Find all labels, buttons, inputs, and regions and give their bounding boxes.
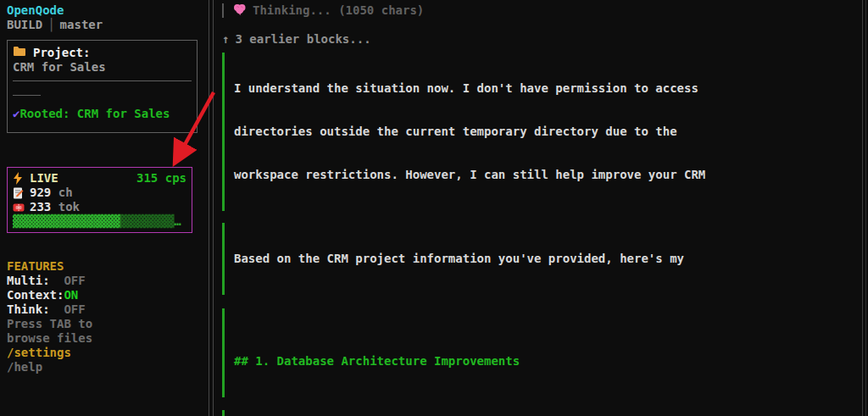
- progress-bar-filled: ▓▓▓▓▓▓▓▓▓▓▓▓▓▓▓▓: [13, 214, 120, 228]
- rooted-status: ✔Rooted: CRM for Sales: [13, 107, 192, 121]
- cps-value: 315 cps: [136, 171, 186, 186]
- live-stats-panel: LIVE 315 cps 929 ch 233 tok ▓▓▓▓▓▓▓▓▓▓▓▓…: [7, 167, 192, 233]
- main-content: Thinking... (1050 chars) ↑3 earlier bloc…: [219, 0, 863, 416]
- settings-command[interactable]: /settings: [7, 346, 202, 360]
- markdown-subheading-block: ### Schema Enhancements: [222, 410, 863, 416]
- separator: │: [42, 18, 59, 31]
- memo-icon: [13, 187, 30, 199]
- divider: [13, 80, 192, 81]
- assistant-paragraph: I understand the situation now. I don't …: [222, 53, 863, 211]
- sidebar-main-divider: [209, 0, 214, 416]
- up-arrow-icon: ↑: [222, 32, 229, 46]
- progress-bar-remaining: ▓▓▓▓▓▓▓▓: [120, 214, 174, 228]
- paragraph-line: Based on the CRM project information you…: [234, 252, 863, 266]
- build-mode-label: BUILD: [7, 18, 42, 31]
- earlier-blocks-text: 3 earlier blocks...: [235, 32, 370, 46]
- build-branch-row: BUILD│master: [7, 18, 202, 32]
- feature-think-toggle[interactable]: Think: OFF: [7, 302, 202, 317]
- tab-hint-line2: browse files: [7, 331, 202, 346]
- lightning-icon: [13, 172, 30, 185]
- folder-icon: [13, 46, 26, 60]
- paragraph-line: directories outside the current temporar…: [234, 125, 863, 139]
- heading-database-architecture: ## 1. Database Architecture Improvements: [234, 354, 863, 369]
- sidebar: OpenQode BUILD│master Project: CRM for S…: [0, 0, 209, 416]
- live-row: LIVE 315 cps: [13, 171, 186, 186]
- progress-bar: ▓▓▓▓▓▓▓▓▓▓▓▓▓▓▓▓▓▓▓▓▓▓▓▓…: [13, 214, 186, 229]
- paragraph-line: workspace restrictions. However, I can s…: [234, 168, 863, 182]
- thinking-header: Thinking... (1050 chars): [222, 3, 863, 18]
- project-label: Project:: [33, 46, 90, 60]
- brain-icon: [233, 3, 247, 19]
- app-title: OpenQode: [7, 3, 202, 18]
- divider-short: [13, 95, 41, 96]
- project-label-row: Project:: [13, 46, 192, 60]
- live-label: LIVE: [30, 171, 58, 186]
- progress-bar-ellipsis: …: [174, 214, 181, 228]
- chars-row: 929 ch: [13, 186, 186, 200]
- ticket-icon: [13, 202, 30, 213]
- project-name: CRM for Sales: [13, 60, 192, 75]
- thinking-header-text: Thinking... (1050 chars): [253, 3, 424, 18]
- paragraph-line: I understand the situation now. I don't …: [234, 81, 863, 96]
- feature-multi-toggle[interactable]: Multi: OFF: [7, 274, 202, 288]
- git-branch-label: master: [60, 18, 103, 31]
- chars-unit: ch: [51, 186, 72, 200]
- rooted-text: Rooted: CRM for Sales: [19, 107, 170, 120]
- tokens-value: 233: [30, 200, 51, 214]
- assistant-paragraph: Based on the CRM project information you…: [222, 223, 863, 295]
- tokens-row: 233 tok: [13, 200, 186, 214]
- chars-value: 929: [30, 186, 51, 200]
- earlier-blocks-indicator: ↑3 earlier blocks...: [222, 32, 863, 47]
- features-section: FEATURES Multi: OFF Context:ON Think: OF…: [7, 259, 202, 374]
- tokens-unit: tok: [51, 200, 80, 214]
- project-panel: Project: CRM for Sales ✔Rooted: CRM for …: [7, 40, 198, 133]
- features-title: FEATURES: [7, 259, 202, 274]
- feature-context-toggle[interactable]: Context:ON: [7, 288, 202, 302]
- help-command[interactable]: /help: [7, 360, 202, 374]
- tab-hint-line1: Press TAB to: [7, 317, 202, 331]
- markdown-heading-block: ## 1. Database Architecture Improvements: [222, 308, 863, 397]
